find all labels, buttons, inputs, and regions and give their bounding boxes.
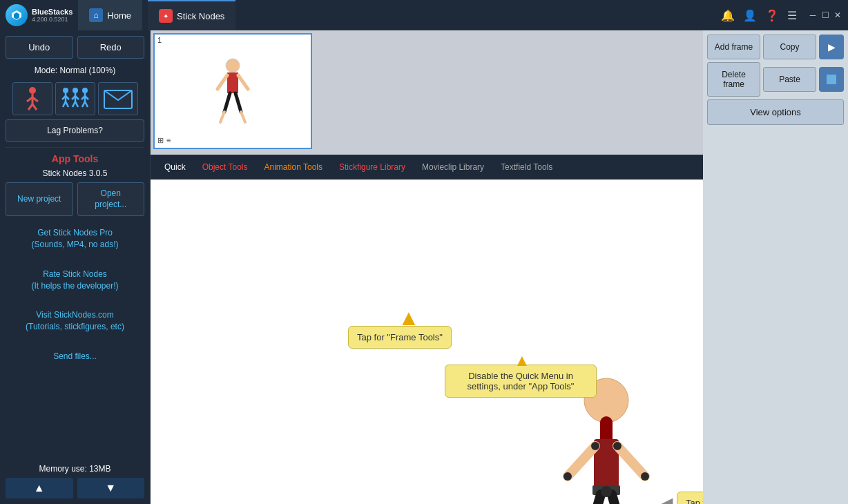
close-button[interactable]: ✕ xyxy=(833,10,842,20)
undo-button[interactable]: Undo xyxy=(6,36,73,59)
logo-version: 4.200.0.5201 xyxy=(32,16,73,23)
delete-frame-button[interactable]: Delete frame xyxy=(707,62,760,97)
add-frame-button[interactable]: Add frame xyxy=(707,35,760,59)
rate-button[interactable]: Rate Stick Nodes (It helps the developer… xyxy=(6,262,144,299)
visit-button[interactable]: Visit StickNodes.com (Tutorials, stickfi… xyxy=(6,302,144,340)
svg-line-42 xyxy=(568,446,595,476)
right-panel: Add frame Copy ▶ Delete frame Paste View… xyxy=(703,30,848,504)
work-canvas[interactable]: Tap for "Frame Tools" ▲ Disable the Quic… xyxy=(151,180,703,504)
svg-line-28 xyxy=(85,101,88,107)
paste-button[interactable]: Paste xyxy=(763,67,816,92)
help-icon[interactable]: ❓ xyxy=(765,9,779,22)
memory-up-button[interactable]: ▲ xyxy=(6,478,73,498)
divider-1 xyxy=(6,147,144,148)
envelope-icon xyxy=(103,88,133,110)
svg-line-35 xyxy=(235,93,241,112)
blue-square-button[interactable] xyxy=(819,67,844,92)
memory-down-button[interactable]: ▼ xyxy=(77,478,145,498)
bluestacks-logo: BlueStacks 4.200.0.5201 xyxy=(6,4,73,26)
new-project-button[interactable]: New project xyxy=(6,182,73,216)
svg-point-49 xyxy=(613,442,621,450)
tab-home[interactable]: ⌂ Home xyxy=(78,0,142,30)
frame-icon-2: ≡ xyxy=(166,136,171,145)
svg-text:⌂: ⌂ xyxy=(94,10,99,20)
svg-line-45 xyxy=(612,494,624,504)
tab-sticknodes-label: Stick Nodes xyxy=(177,11,224,21)
envelope-tool-icon[interactable] xyxy=(98,82,138,115)
svg-point-5 xyxy=(29,87,36,94)
svg-point-52 xyxy=(601,486,612,497)
svg-point-48 xyxy=(591,442,599,450)
home-icon: ⌂ xyxy=(89,8,103,22)
group-tool-icon[interactable] xyxy=(55,82,95,115)
frame-bottom-icons: ⊞ ≡ xyxy=(157,136,171,145)
tab-quick[interactable]: Quick xyxy=(156,158,194,176)
tooltip-stickfigure-tools: Tap for "Stickfigure Tools" xyxy=(677,492,703,504)
svg-line-36 xyxy=(220,112,224,122)
tooltip-quick-menu-text: Disable the Quick Menu in settings, unde… xyxy=(468,371,575,391)
tool-icons-row xyxy=(6,82,144,115)
tab-library[interactable]: Stickfigure Library xyxy=(331,158,414,176)
sticknodes-icon: ✦ xyxy=(159,9,173,23)
titlebar: BlueStacks 4.200.0.5201 ⌂ Home ✦ Stick N… xyxy=(0,0,848,30)
view-options-button[interactable]: View options xyxy=(707,99,844,125)
main-layout: Undo Redo Mode: Normal (100%) xyxy=(0,30,848,504)
redo-button[interactable]: Redo xyxy=(77,36,145,59)
project-buttons-row: New project Open project... xyxy=(6,182,144,216)
account-icon[interactable]: 👤 xyxy=(743,9,757,22)
svg-point-11 xyxy=(63,88,68,93)
canvas-area: 1 ⊞ ≡ Quick xyxy=(151,30,703,504)
left-sidebar: Undo Redo Mode: Normal (100%) xyxy=(0,30,151,504)
svg-line-22 xyxy=(75,101,78,107)
svg-point-17 xyxy=(73,88,78,93)
tooltip-frame-tools-text: Tap for "Frame Tools" xyxy=(357,332,443,342)
svg-line-16 xyxy=(66,101,68,107)
person-tool-icon[interactable] xyxy=(12,82,52,115)
tab-object[interactable]: Object Tools xyxy=(194,158,256,176)
open-project-button[interactable]: Open project... xyxy=(77,182,145,216)
svg-line-33 xyxy=(238,75,248,89)
arrow-quick-menu: ▲ xyxy=(514,351,530,370)
undo-redo-row: Undo Redo xyxy=(6,36,144,59)
frame-thumbnail[interactable]: 1 ⊞ ≡ xyxy=(153,33,312,149)
maximize-button[interactable]: ☐ xyxy=(820,10,830,20)
play-button[interactable]: ▶ xyxy=(819,35,844,59)
get-pro-button[interactable]: Get Stick Nodes Pro (Sounds, MP4, no ads… xyxy=(6,220,144,258)
svg-point-30 xyxy=(226,59,240,72)
frame-icon-1: ⊞ xyxy=(157,136,164,145)
bell-icon[interactable]: 🔔 xyxy=(721,9,735,22)
group-icon xyxy=(59,86,92,111)
tab-textfield[interactable]: Textfield Tools xyxy=(492,158,561,176)
tab-movieclip[interactable]: Movieclip Library xyxy=(414,158,492,176)
svg-line-32 xyxy=(218,75,227,89)
app-tools-title: App Tools xyxy=(6,153,144,164)
svg-point-50 xyxy=(563,472,572,481)
frame-number: 1 xyxy=(157,36,162,44)
svg-line-10 xyxy=(32,104,37,110)
menu-icon[interactable]: ☰ xyxy=(787,9,797,22)
copy-button[interactable]: Copy xyxy=(763,35,816,59)
toolbar-tabs: Quick Object Tools Animation Tools Stick… xyxy=(151,155,703,180)
memory-buttons: ▲ ▼ xyxy=(6,478,144,498)
svg-line-34 xyxy=(224,93,230,112)
svg-line-43 xyxy=(617,446,645,476)
memory-label: Memory use: 13MB xyxy=(6,464,144,474)
svg-point-51 xyxy=(641,472,649,481)
square-icon xyxy=(825,72,838,86)
tab-sticknodes[interactable]: ✦ Stick Nodes xyxy=(148,0,235,30)
window-controls: ─ ☐ ✕ xyxy=(808,10,842,20)
delete-frame-row: Delete frame Paste xyxy=(707,62,844,97)
tab-animation[interactable]: Animation Tools xyxy=(256,158,331,176)
add-frame-row: Add frame Copy ▶ xyxy=(707,35,844,59)
send-files-button[interactable]: Send files... xyxy=(6,344,144,369)
svg-point-23 xyxy=(82,88,88,93)
titlebar-controls: 🔔 👤 ❓ ☰ xyxy=(721,9,797,22)
tooltip-stickfigure-text: Tap for "Stickfigure Tools" xyxy=(686,498,703,504)
app-tools-version: Stick Nodes 3.0.5 xyxy=(6,168,144,178)
minimize-button[interactable]: ─ xyxy=(808,10,818,20)
svg-text:✦: ✦ xyxy=(163,12,168,20)
svg-line-37 xyxy=(241,112,245,122)
tab-home-label: Home xyxy=(107,10,131,21)
lag-problems-button[interactable]: Lag Problems? xyxy=(6,119,144,142)
logo-icon xyxy=(6,4,28,26)
